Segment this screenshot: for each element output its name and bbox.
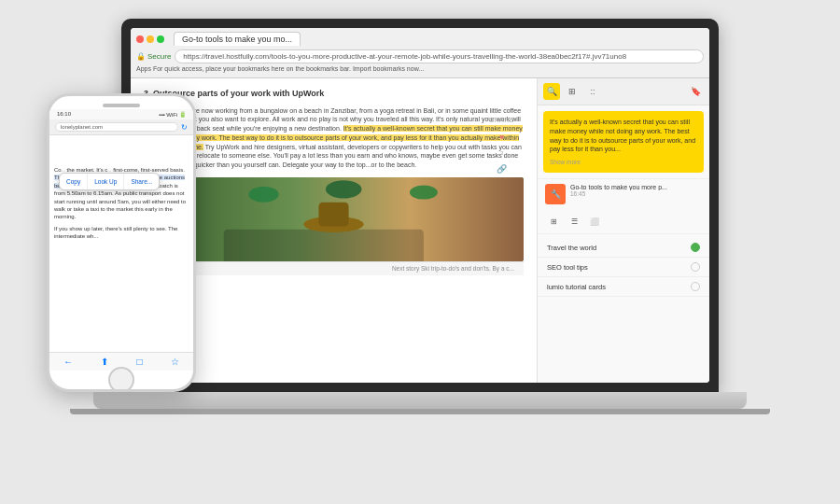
article-meta: Go-to tools to make you more p... 16:45 [570, 184, 702, 197]
phone-home-button[interactable] [108, 367, 134, 392]
scene: Go-to tools to make you mo... 🔒 Secure h… [0, 0, 840, 504]
share-text: SHARE [489, 116, 514, 126]
article-time: 16:45 [570, 190, 702, 197]
phone-context-menu: Copy Look Up Share... [59, 173, 160, 190]
page-content: SHARE ♥ 3 🔗 🐦 3. Outsource parts of your… [131, 78, 709, 383]
heart-icon[interactable]: ♥ [499, 132, 504, 145]
traffic-lights [136, 35, 164, 43]
reading-list-icon[interactable]: □ [137, 357, 143, 367]
secure-badge: 🔒 Secure [136, 52, 171, 61]
article-title: 3. Outsource parts of your work with UpW… [144, 88, 524, 101]
bookmark-sidebar-icon[interactable]: 🔖 [687, 83, 704, 100]
phone: 16:10 ▪▪▪ WiFi 🔋 lonelyplanet.com ↻ Copy… [47, 93, 196, 392]
list-item-radio-unchecked-2[interactable] [691, 282, 700, 291]
phone-refresh-icon[interactable]: ↻ [181, 123, 188, 132]
article-image [144, 177, 524, 261]
article-name: Go-to tools to make you more p... [570, 184, 702, 190]
list-item-label: Travel the world [547, 244, 596, 252]
view-icon-2[interactable]: ☰ [566, 213, 582, 230]
close-traffic-light[interactable] [136, 35, 144, 43]
bookmarks-bar: Apps For quick access, place your bookma… [136, 63, 704, 74]
browser-chrome: Go-to tools to make you mo... 🔒 Secure h… [131, 28, 709, 78]
search-icon-btn[interactable]: 🔍 [543, 83, 560, 100]
highlighted-text: It's actually a well-known secret that y… [550, 119, 695, 152]
phone-url-bar[interactable]: lonelyplanet.com [55, 122, 178, 132]
phone-text-2: If you show up later, there's still plen… [54, 225, 189, 241]
sidebar-list-items: Travel the world SEO tool tips lumio tut… [538, 234, 709, 301]
copy-menu-item[interactable]: Copy [60, 174, 88, 189]
laptop: Go-to tools to make you mo... 🔒 Secure h… [121, 19, 719, 429]
list-item-radio-unchecked[interactable] [691, 262, 700, 272]
highlighted-card: It's actually a well-known secret that y… [543, 111, 704, 173]
address-bar[interactable]: https://travel.hostfully.com/tools-to-yo… [175, 49, 704, 63]
secure-label: Secure [147, 52, 171, 61]
phone-signals: ▪▪▪ WiFi 🔋 [159, 111, 186, 118]
svg-rect-5 [224, 230, 424, 261]
maximize-traffic-light[interactable] [157, 35, 164, 43]
svg-point-4 [410, 186, 438, 200]
laptop-base [93, 392, 747, 409]
apps-icon-btn[interactable]: :: [584, 83, 601, 100]
phone-time: 16:10 [57, 111, 71, 118]
article-body: You made it! You're now working from a b… [144, 106, 524, 171]
browser-tab[interactable]: Go-to tools to make you mo... [174, 32, 301, 46]
laptop-screen-outer: Go-to tools to make you mo... 🔒 Secure h… [121, 19, 719, 392]
next-story-label: Next story [392, 265, 419, 272]
show-more-btn[interactable]: Show more [550, 158, 697, 166]
lookup-menu-item[interactable]: Look Up [88, 174, 124, 189]
article-icon: 🔧 [545, 184, 566, 204]
right-sidebar: 🔍 ⊞ :: 🔖 It's actually a well-known secr… [537, 78, 709, 383]
sidebar-search-bar: 🔍 ⊞ :: 🔖 [538, 78, 709, 105]
address-bar-row: 🔒 Secure https://travel.hostfully.com/to… [136, 49, 704, 63]
view-icon-1[interactable]: ⊞ [545, 213, 562, 230]
grid-icon-btn[interactable]: ⊞ [564, 83, 581, 100]
share-count: 3 [500, 149, 503, 158]
svg-point-2 [248, 187, 278, 203]
phone-status-bar: 16:10 ▪▪▪ WiFi 🔋 [49, 109, 193, 119]
list-item-travel[interactable]: Travel the world [538, 238, 709, 258]
laptop-screen-inner: Go-to tools to make you mo... 🔒 Secure h… [131, 28, 709, 383]
share-phone-icon[interactable]: ⬆ [101, 357, 108, 367]
next-story-desc: Ski trip-to-do's and don'ts. By a c... [421, 265, 514, 272]
list-item-seo[interactable]: SEO tool tips [538, 258, 709, 277]
svg-rect-7 [318, 203, 348, 227]
list-item-label: SEO tool tips [547, 263, 588, 272]
svg-point-3 [326, 180, 362, 198]
page-bottom-bar: ♥ ✦ Next story Ski trip-to-do's and don'… [144, 261, 524, 275]
view-icon-3[interactable]: ⬜ [586, 213, 603, 230]
bookmark-phone-icon[interactable]: ☆ [171, 357, 179, 367]
share-menu-item[interactable]: Share... [124, 174, 159, 189]
list-item-lumio[interactable]: lumio tutorial cards [538, 277, 709, 297]
laptop-foot [70, 409, 770, 414]
next-story[interactable]: Next story Ski trip-to-do's and don'ts. … [392, 264, 514, 273]
phone-home-indicator [49, 371, 193, 389]
phone-speaker [103, 104, 140, 107]
list-item-label: lumio tutorial cards [547, 283, 606, 291]
list-item-radio-checked[interactable] [691, 243, 700, 252]
sidebar-article-item[interactable]: 🔧 Go-to tools to make you more p... 16:4… [538, 178, 709, 209]
phone-screen: 16:10 ▪▪▪ WiFi 🔋 lonelyplanet.com ↻ Copy… [49, 109, 193, 371]
minimize-traffic-light[interactable] [147, 35, 154, 43]
browser-top: Go-to tools to make you mo... [136, 32, 704, 46]
back-icon[interactable]: ← [63, 357, 73, 367]
share-link-icon[interactable]: 🔗 [497, 163, 507, 176]
phone-browser-bar: lonelyplanet.com ↻ [49, 119, 193, 135]
phone-content: Copy Look Up Share... Co... the market. … [49, 135, 193, 352]
